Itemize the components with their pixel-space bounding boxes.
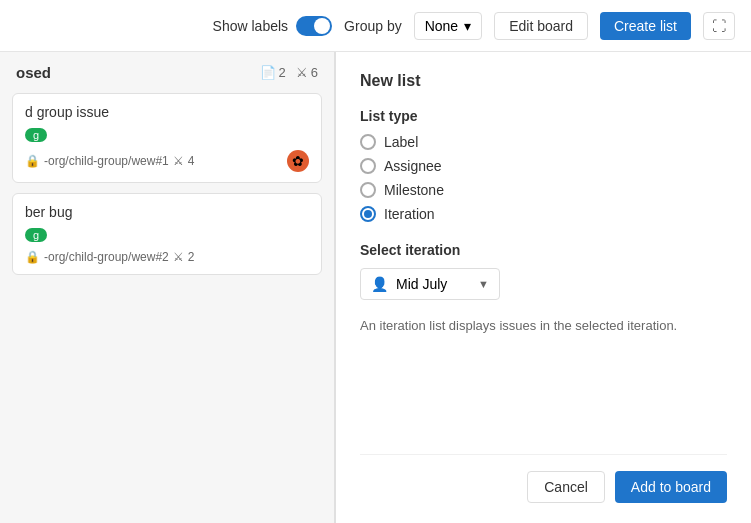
issue-ref: 🔒 -org/child-group/wew#1 ⚔ 4 bbox=[25, 154, 194, 168]
doc-count: 📄 2 bbox=[260, 65, 286, 80]
radio-option-assignee: Assignee bbox=[384, 158, 442, 174]
panel-title: New list bbox=[360, 72, 727, 90]
radio-circle-milestone bbox=[360, 182, 376, 198]
issue-title: d group issue bbox=[25, 104, 309, 120]
issue-ref: 🔒 -org/child-group/wew#2 ⚔ 2 bbox=[25, 250, 194, 264]
avatar: ✿ bbox=[287, 150, 309, 172]
show-labels-label: Show labels bbox=[213, 18, 289, 34]
show-labels-group: Show labels ✓ bbox=[213, 16, 333, 36]
issue-title: ber bug bbox=[25, 204, 309, 220]
toolbar: Show labels ✓ Group by None Edit board C… bbox=[0, 0, 751, 52]
iteration-icon: 👤 bbox=[371, 276, 388, 292]
chevron-down-icon: ▼ bbox=[478, 278, 489, 290]
weight-icon: ⚔ bbox=[173, 154, 184, 168]
radio-option-iteration: Iteration bbox=[384, 206, 435, 222]
chevron-down-icon bbox=[464, 18, 471, 34]
group-by-value: None bbox=[425, 18, 458, 34]
iteration-value: Mid July bbox=[396, 276, 447, 292]
column-title: osed bbox=[16, 64, 51, 81]
weight-count: ⚔ 6 bbox=[296, 65, 318, 80]
radio-assignee[interactable]: Assignee bbox=[360, 158, 727, 174]
list-type-label: List type bbox=[360, 108, 727, 124]
issue-footer: 🔒 -org/child-group/wew#2 ⚔ 2 bbox=[25, 250, 309, 264]
weight-icon: ⚔ bbox=[296, 65, 308, 80]
select-iteration-label: Select iteration bbox=[360, 242, 727, 258]
radio-label[interactable]: Label bbox=[360, 134, 727, 150]
show-labels-toggle[interactable]: ✓ bbox=[296, 16, 332, 36]
select-iteration-section: Select iteration 👤 Mid July ▼ bbox=[360, 242, 727, 300]
radio-circle-label bbox=[360, 134, 376, 150]
expand-icon: ⛶ bbox=[712, 18, 726, 34]
issue-card[interactable]: ber bug g 🔒 -org/child-group/wew#2 ⚔ 2 bbox=[12, 193, 322, 275]
group-by-dropdown[interactable]: None bbox=[414, 12, 482, 40]
expand-button[interactable]: ⛶ bbox=[703, 12, 735, 40]
doc-icon: 📄 bbox=[260, 65, 276, 80]
iteration-dropdown[interactable]: 👤 Mid July ▼ bbox=[360, 268, 500, 300]
group-by-label: Group by bbox=[344, 18, 402, 34]
radio-option-label: Label bbox=[384, 134, 418, 150]
create-list-button[interactable]: Create list bbox=[600, 12, 691, 40]
issue-label: g bbox=[25, 228, 47, 242]
help-text: An iteration list displays issues in the… bbox=[360, 316, 727, 336]
radio-circle-assignee bbox=[360, 158, 376, 174]
radio-circle-iteration bbox=[360, 206, 376, 222]
issue-footer: 🔒 -org/child-group/wew#1 ⚔ 4 ✿ bbox=[25, 150, 309, 172]
list-type-radio-group: Label Assignee Milestone Iteration bbox=[360, 134, 727, 222]
issue-card[interactable]: d group issue g 🔒 -org/child-group/wew#1… bbox=[12, 93, 322, 183]
radio-milestone[interactable]: Milestone bbox=[360, 182, 727, 198]
column-header: osed 📄 2 ⚔ 6 bbox=[12, 64, 322, 81]
cancel-button[interactable]: Cancel bbox=[527, 471, 605, 503]
new-list-panel: New list List type Label Assignee Milest… bbox=[335, 52, 751, 523]
column-meta: 📄 2 ⚔ 6 bbox=[260, 65, 318, 80]
radio-iteration[interactable]: Iteration bbox=[360, 206, 727, 222]
issue-label: g bbox=[25, 128, 47, 142]
edit-board-button[interactable]: Edit board bbox=[494, 12, 588, 40]
add-to-board-button[interactable]: Add to board bbox=[615, 471, 727, 503]
lock-icon: 🔒 bbox=[25, 154, 40, 168]
weight-icon: ⚔ bbox=[173, 250, 184, 264]
main-area: osed 📄 2 ⚔ 6 d group issue g 🔒 -org/chil… bbox=[0, 52, 751, 523]
radio-option-milestone: Milestone bbox=[384, 182, 444, 198]
panel-footer: Cancel Add to board bbox=[360, 454, 727, 503]
toggle-check-icon: ✓ bbox=[320, 20, 328, 31]
lock-icon: 🔒 bbox=[25, 250, 40, 264]
board-column: osed 📄 2 ⚔ 6 d group issue g 🔒 -org/chil… bbox=[0, 52, 335, 523]
